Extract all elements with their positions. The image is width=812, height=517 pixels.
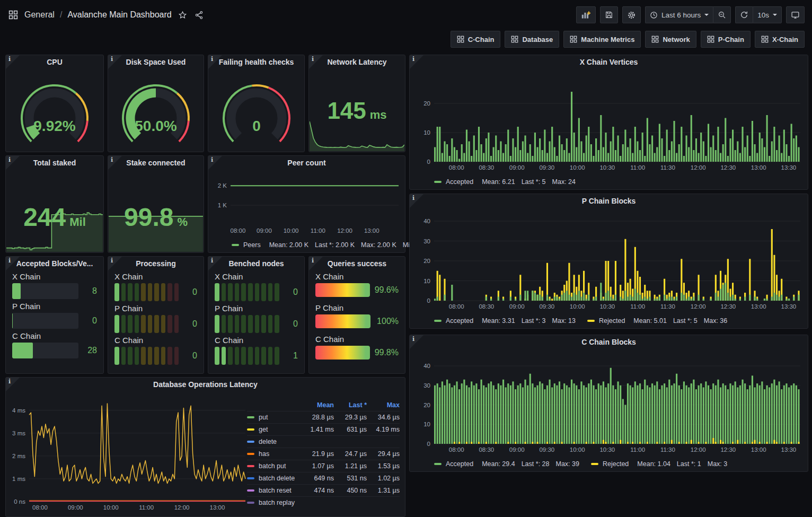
- panel-title[interactable]: Failing health checks: [208, 58, 304, 66]
- legend-stat: Last *: 28: [522, 460, 550, 468]
- breadcrumb-dashboard-title[interactable]: Avalanche Main Dashboard: [67, 10, 171, 20]
- db-table-row[interactable]: put28.8 µs29.3 µs34.6 µs: [247, 411, 400, 423]
- panel-title[interactable]: C Chain Blocks: [410, 338, 808, 346]
- legend-item[interactable]: AcceptedMean: 3.31Last *: 3Max: 13: [434, 317, 576, 325]
- gauge-segment: [148, 283, 153, 301]
- db-table-row[interactable]: has21.9 µs24.7 µs29.4 µs: [247, 448, 400, 460]
- panel-title[interactable]: Stake connected: [108, 159, 204, 167]
- svg-text:13:00: 13:00: [364, 227, 379, 234]
- panel-title[interactable]: Database Operations Latency: [6, 380, 405, 389]
- db-table-column-header[interactable]: Max: [367, 401, 400, 409]
- svg-text:10: 10: [423, 129, 430, 136]
- gradient-gauge-row: P Chain 100%: [315, 303, 399, 328]
- legend-item[interactable]: PeersMean: 2.00 KLast *: 2.00 KMax: 2.00…: [232, 241, 426, 249]
- add-panel-button[interactable]: [576, 6, 596, 23]
- db-series-value: 531 ns: [334, 475, 367, 482]
- svg-text:08:30: 08:30: [479, 303, 494, 310]
- panel-title[interactable]: Network Latency: [309, 58, 405, 66]
- legend-item[interactable]: AcceptedMean: 29.4Last *: 28Max: 39: [434, 460, 579, 468]
- panel-title[interactable]: X Chain Vertices: [410, 58, 808, 66]
- dashboard-link-database[interactable]: Database: [505, 31, 559, 48]
- svg-text:09:30: 09:30: [539, 303, 554, 310]
- stat-content: 244 Mil: [6, 171, 103, 252]
- bar-value: 100%: [375, 317, 399, 326]
- bar-value: 8: [83, 286, 97, 296]
- dashboards-grid-icon[interactable]: [7, 9, 19, 21]
- gradient-gauge-rows: X Chain 99.6% P Chain 100% C Chain 99.8%: [315, 270, 399, 370]
- breadcrumb-folder[interactable]: General: [24, 10, 55, 20]
- time-range-button[interactable]: Last 6 hours: [645, 6, 713, 23]
- legend-stat: Mean: 5.01: [633, 317, 667, 325]
- svg-text:09:00: 09:00: [509, 446, 525, 453]
- dashboard-link-p-chain[interactable]: P-Chain: [701, 31, 751, 48]
- gauge-segment: [241, 347, 246, 365]
- share-icon[interactable]: [193, 10, 205, 21]
- legend-color-pill: [247, 502, 254, 504]
- dashboard-link-machine-metrics[interactable]: Machine Metrics: [563, 31, 641, 48]
- svg-text:0: 0: [427, 297, 430, 304]
- panel-title[interactable]: Peer count: [208, 159, 405, 167]
- svg-text:11:00: 11:00: [630, 446, 645, 453]
- legend-stat: Last *: 5: [522, 178, 546, 186]
- save-dashboard-button[interactable]: [600, 6, 618, 23]
- legend-color-pill: [247, 477, 254, 479]
- panel-disk-space: i Disk Space Used 50.0%: [108, 55, 204, 152]
- legend-item[interactable]: AcceptedMean: 6.21Last *: 5Max: 24: [434, 178, 576, 186]
- db-table-row[interactable]: batch replay: [247, 496, 400, 509]
- db-series-value: 34.6 µs: [367, 414, 400, 421]
- panel-title[interactable]: Processing: [108, 259, 204, 268]
- panel-network-latency: i Network Latency 145 ms: [308, 55, 405, 152]
- panel-title[interactable]: Benched nodes: [208, 259, 304, 268]
- svg-text:4 ms: 4 ms: [12, 407, 25, 414]
- legend-item[interactable]: RejectedMean: 5.01Last *: 5Max: 36: [587, 317, 727, 325]
- db-table-row[interactable]: batch put1.07 µs1.21 µs1.53 µs: [247, 460, 400, 472]
- panel-title[interactable]: CPU: [6, 58, 103, 66]
- dashboard-link-c-chain[interactable]: C-Chain: [451, 31, 501, 48]
- bar-fill: [12, 343, 33, 358]
- panel-c-chain-blocks: i C Chain Blocks 01020304008:0008:3009:0…: [409, 335, 808, 472]
- bar-value: 0: [284, 287, 298, 297]
- db-table-row[interactable]: batch delete649 ns531 ns1.02 µs: [247, 472, 400, 484]
- stat-value: 244: [23, 203, 66, 232]
- legend-item[interactable]: RejectedMean: 1.04Last *: 1Max: 3: [591, 460, 727, 468]
- panel-title[interactable]: Disk Space Used: [108, 58, 204, 66]
- bar-fill: [12, 283, 21, 299]
- segment-gauge-row: P Chain 0: [215, 304, 298, 333]
- legend-stat: Mean: 6.21: [482, 178, 515, 186]
- panel-title[interactable]: Queries success: [309, 259, 405, 268]
- gauge-segment: [141, 315, 146, 333]
- gauge-segment: [128, 347, 133, 365]
- svg-text:0: 0: [427, 159, 430, 165]
- legend-color-pill: [247, 416, 254, 418]
- chart-canvas: 01020304008:0008:3009:0009:3010:0010:301…: [414, 210, 804, 311]
- cycle-view-mode-button[interactable]: [786, 6, 805, 23]
- dashboard-link-x-chain[interactable]: X-Chain: [755, 31, 805, 48]
- dashboard-settings-button[interactable]: [622, 6, 641, 23]
- db-table-row[interactable]: get1.41 ms631 µs4.19 ms: [247, 423, 400, 435]
- refresh-interval-dropdown[interactable]: 10s: [753, 6, 782, 23]
- svg-text:12:00: 12:00: [174, 504, 190, 511]
- gauge-segment: [241, 315, 246, 333]
- panel-title[interactable]: P Chain Blocks: [410, 197, 808, 205]
- db-table-row[interactable]: batch reset474 ns450 ns1.31 µs: [247, 484, 400, 496]
- legend-stat: Mean: 29.4: [482, 460, 515, 468]
- zoom-out-time-button[interactable]: [713, 6, 731, 23]
- db-table-row[interactable]: delete: [247, 435, 400, 448]
- db-series-value: 1.31 µs: [367, 487, 400, 494]
- chart-legend: PeersMean: 2.00 KLast *: 2.00 KMax: 2.00…: [232, 241, 438, 249]
- star-icon[interactable]: [177, 10, 188, 21]
- segment-track: [215, 315, 279, 333]
- db-series-name: put: [247, 414, 301, 421]
- gauge-segment: [128, 283, 133, 301]
- refresh-button[interactable]: [735, 6, 753, 23]
- svg-text:12:30: 12:30: [720, 446, 736, 453]
- db-table-column-header[interactable]: Mean: [301, 401, 334, 409]
- svg-text:10:00: 10:00: [570, 303, 585, 310]
- db-table-column-header[interactable]: Last *: [334, 401, 367, 409]
- dashboard-link-network[interactable]: Network: [645, 31, 696, 48]
- gauge-segment: [135, 347, 139, 365]
- panel-title[interactable]: Total staked: [6, 159, 103, 167]
- svg-text:1 K: 1 K: [218, 202, 227, 208]
- panel-title[interactable]: Accepted Blocks/Ve...: [6, 259, 103, 268]
- gauge-segment: [174, 315, 179, 333]
